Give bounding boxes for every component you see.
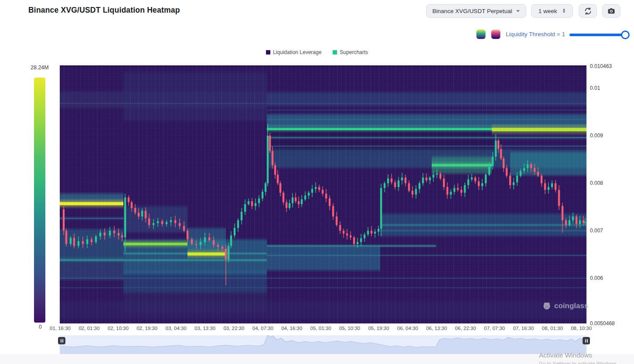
y-axis-tick: 0.010463 [590,63,612,69]
liquidity-threshold-slider[interactable] [569,34,625,36]
pair-selector[interactable]: Binance XVG/USDT Perpetual [426,4,526,18]
timeframe-stepper[interactable]: 1 week ▲▼ [531,4,573,18]
stepper-icon: ▲▼ [562,8,566,14]
navigator-left-handle[interactable] [58,337,65,344]
liquidity-threshold-label: Liquidity Threshold = 1 [506,31,565,37]
navigator-right-handle[interactable] [583,337,590,344]
x-axis-tick: 03, 22:30 [223,326,244,331]
navigator-area-chart[interactable] [60,335,586,354]
activate-windows-subtext: Go to Settings to activate Windows. [539,361,618,364]
x-axis-tick: 08, 10:30 [571,326,592,331]
legend-swatch-green [333,50,337,54]
x-axis-tick: 03, 04:30 [166,326,187,331]
y-axis-tick: 0.01 [590,85,600,91]
camera-icon [607,7,616,15]
colorbar-min-label: 0 [39,324,42,330]
magma-gradient-swatch[interactable] [491,30,501,39]
x-axis-tick: 02, 01:30 [78,326,99,331]
coinglass-watermark-text: coinglass [554,302,588,310]
x-axis-tick: 08, 01:30 [542,326,563,331]
x-axis-tick: 05, 01:30 [310,326,331,331]
x-axis-tick: 02, 10:30 [108,326,129,331]
y-axis-tick: 0.0050468 [590,320,615,327]
chevron-down-icon [516,10,520,12]
page-title: Binance XVG/USDT Liquidation Heatmap [28,6,180,15]
x-axis-tick: 06, 04:30 [397,326,418,331]
x-axis-tick: 05, 19:30 [368,326,389,331]
x-axis-tick: 04, 16:30 [281,326,302,331]
screenshot-button[interactable] [602,4,620,18]
liquidation-heatmap-page: Binance XVG/USDT Liquidation Heatmap Bin… [0,0,634,364]
legend-item-supercharts[interactable]: Supercharts [333,49,368,55]
legend-item-liquidation-leverage[interactable]: Liquidation Leverage [266,49,321,55]
legend-label: Supercharts [340,49,368,55]
chart-legend: Liquidation Leverage Supercharts [0,49,634,55]
x-axis-tick: 07, 16:30 [513,326,534,331]
pair-selector-value: Binance XVG/USDT Perpetual [433,8,512,14]
refresh-button[interactable] [579,4,597,18]
legend-label: Liquidation Leverage [273,49,321,55]
x-axis-tick: 01, 16:30 [50,326,71,331]
liquidity-threshold-slider-knob[interactable] [621,31,630,39]
x-axis-tick: 02, 19:30 [136,326,157,331]
viridis-gradient-swatch[interactable] [476,30,486,39]
x-axis-tick: 06, 13:30 [426,326,447,331]
refresh-icon [584,7,592,15]
activate-windows-text: Activate Windows [539,351,592,359]
legend-swatch-purple [266,50,270,54]
x-axis-tick: 05, 10:30 [339,326,360,331]
colorbar-max-label: 28.24M [31,65,49,71]
pig-icon [542,301,552,311]
x-axis-tick: 06, 22:30 [455,326,476,331]
x-axis-tick: 07, 07:30 [484,326,505,331]
coinglass-watermark: coinglass [542,301,588,311]
colorbar-gradient [34,78,45,323]
y-axis-tick: 0.009 [590,133,603,139]
y-axis-tick: 0.006 [590,275,603,281]
y-axis-tick: 0.007 [590,228,603,234]
timeframe-value: 1 week [539,8,557,14]
x-axis-tick: 04, 07:30 [252,326,273,331]
x-axis-tick: 03, 13:30 [194,326,215,331]
liquidation-heatmap-canvas[interactable] [60,65,586,323]
y-axis-tick: 0.008 [590,180,603,186]
